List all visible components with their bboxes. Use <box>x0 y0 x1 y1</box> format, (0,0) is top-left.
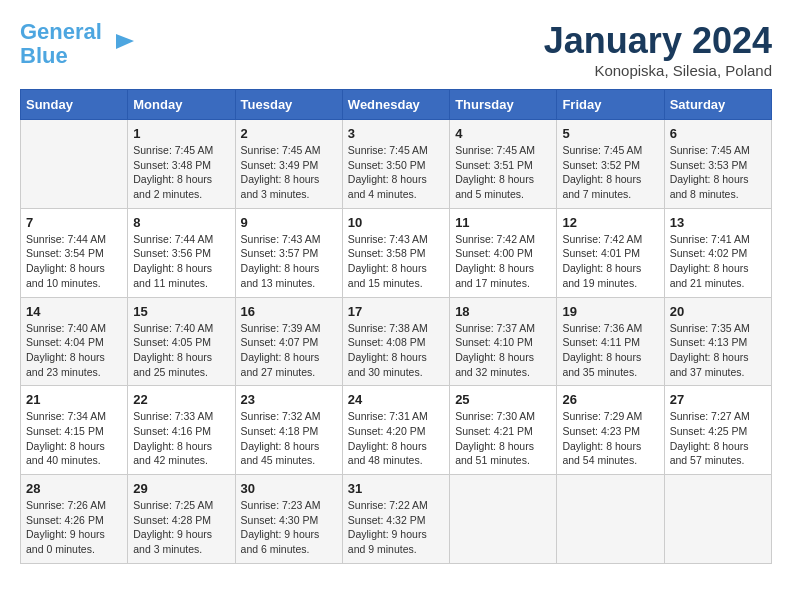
day-info: Sunrise: 7:33 AMSunset: 4:16 PMDaylight:… <box>133 409 229 468</box>
day-number: 4 <box>455 126 551 141</box>
day-info: Sunrise: 7:39 AMSunset: 4:07 PMDaylight:… <box>241 321 337 380</box>
day-info: Sunrise: 7:40 AMSunset: 4:05 PMDaylight:… <box>133 321 229 380</box>
header: General Blue January 2024 Konopiska, Sil… <box>20 20 772 79</box>
calendar-cell: 29Sunrise: 7:25 AMSunset: 4:28 PMDayligh… <box>128 475 235 564</box>
day-info: Sunrise: 7:26 AMSunset: 4:26 PMDaylight:… <box>26 498 122 557</box>
day-info: Sunrise: 7:31 AMSunset: 4:20 PMDaylight:… <box>348 409 444 468</box>
day-info: Sunrise: 7:45 AMSunset: 3:50 PMDaylight:… <box>348 143 444 202</box>
logo-line2: Blue <box>20 43 68 68</box>
calendar-cell: 31Sunrise: 7:22 AMSunset: 4:32 PMDayligh… <box>342 475 449 564</box>
day-info: Sunrise: 7:45 AMSunset: 3:52 PMDaylight:… <box>562 143 658 202</box>
calendar-cell: 30Sunrise: 7:23 AMSunset: 4:30 PMDayligh… <box>235 475 342 564</box>
calendar-cell: 28Sunrise: 7:26 AMSunset: 4:26 PMDayligh… <box>21 475 128 564</box>
calendar-table: SundayMondayTuesdayWednesdayThursdayFrid… <box>20 89 772 564</box>
day-info: Sunrise: 7:45 AMSunset: 3:51 PMDaylight:… <box>455 143 551 202</box>
day-number: 23 <box>241 392 337 407</box>
day-number: 15 <box>133 304 229 319</box>
day-number: 16 <box>241 304 337 319</box>
calendar-cell: 27Sunrise: 7:27 AMSunset: 4:25 PMDayligh… <box>664 386 771 475</box>
title-area: January 2024 Konopiska, Silesia, Poland <box>544 20 772 79</box>
day-info: Sunrise: 7:30 AMSunset: 4:21 PMDaylight:… <box>455 409 551 468</box>
logo-line1: General <box>20 19 102 44</box>
day-info: Sunrise: 7:43 AMSunset: 3:58 PMDaylight:… <box>348 232 444 291</box>
day-number: 28 <box>26 481 122 496</box>
day-of-week-header: Tuesday <box>235 90 342 120</box>
day-number: 11 <box>455 215 551 230</box>
day-number: 1 <box>133 126 229 141</box>
calendar-cell: 24Sunrise: 7:31 AMSunset: 4:20 PMDayligh… <box>342 386 449 475</box>
calendar-cell: 5Sunrise: 7:45 AMSunset: 3:52 PMDaylight… <box>557 120 664 209</box>
day-number: 5 <box>562 126 658 141</box>
day-info: Sunrise: 7:42 AMSunset: 4:00 PMDaylight:… <box>455 232 551 291</box>
day-number: 18 <box>455 304 551 319</box>
calendar-cell: 15Sunrise: 7:40 AMSunset: 4:05 PMDayligh… <box>128 297 235 386</box>
day-number: 13 <box>670 215 766 230</box>
day-number: 7 <box>26 215 122 230</box>
calendar-cell: 3Sunrise: 7:45 AMSunset: 3:50 PMDaylight… <box>342 120 449 209</box>
day-info: Sunrise: 7:25 AMSunset: 4:28 PMDaylight:… <box>133 498 229 557</box>
day-number: 31 <box>348 481 444 496</box>
day-number: 29 <box>133 481 229 496</box>
day-number: 12 <box>562 215 658 230</box>
day-of-week-header: Thursday <box>450 90 557 120</box>
day-info: Sunrise: 7:37 AMSunset: 4:10 PMDaylight:… <box>455 321 551 380</box>
day-number: 3 <box>348 126 444 141</box>
calendar-week-row: 14Sunrise: 7:40 AMSunset: 4:04 PMDayligh… <box>21 297 772 386</box>
day-info: Sunrise: 7:36 AMSunset: 4:11 PMDaylight:… <box>562 321 658 380</box>
day-number: 6 <box>670 126 766 141</box>
calendar-cell: 21Sunrise: 7:34 AMSunset: 4:15 PMDayligh… <box>21 386 128 475</box>
day-info: Sunrise: 7:45 AMSunset: 3:48 PMDaylight:… <box>133 143 229 202</box>
calendar-cell: 2Sunrise: 7:45 AMSunset: 3:49 PMDaylight… <box>235 120 342 209</box>
calendar-cell: 12Sunrise: 7:42 AMSunset: 4:01 PMDayligh… <box>557 208 664 297</box>
logo-icon <box>106 29 136 59</box>
header-row: SundayMondayTuesdayWednesdayThursdayFrid… <box>21 90 772 120</box>
calendar-cell: 19Sunrise: 7:36 AMSunset: 4:11 PMDayligh… <box>557 297 664 386</box>
calendar-cell: 22Sunrise: 7:33 AMSunset: 4:16 PMDayligh… <box>128 386 235 475</box>
calendar-cell <box>664 475 771 564</box>
day-number: 22 <box>133 392 229 407</box>
day-of-week-header: Wednesday <box>342 90 449 120</box>
day-number: 2 <box>241 126 337 141</box>
day-info: Sunrise: 7:44 AMSunset: 3:56 PMDaylight:… <box>133 232 229 291</box>
calendar-cell: 17Sunrise: 7:38 AMSunset: 4:08 PMDayligh… <box>342 297 449 386</box>
calendar-cell: 26Sunrise: 7:29 AMSunset: 4:23 PMDayligh… <box>557 386 664 475</box>
calendar-header: SundayMondayTuesdayWednesdayThursdayFrid… <box>21 90 772 120</box>
calendar-cell: 14Sunrise: 7:40 AMSunset: 4:04 PMDayligh… <box>21 297 128 386</box>
calendar-cell <box>557 475 664 564</box>
day-of-week-header: Saturday <box>664 90 771 120</box>
day-number: 26 <box>562 392 658 407</box>
day-info: Sunrise: 7:43 AMSunset: 3:57 PMDaylight:… <box>241 232 337 291</box>
logo-text: General Blue <box>20 20 102 68</box>
day-info: Sunrise: 7:41 AMSunset: 4:02 PMDaylight:… <box>670 232 766 291</box>
calendar-cell: 10Sunrise: 7:43 AMSunset: 3:58 PMDayligh… <box>342 208 449 297</box>
day-number: 21 <box>26 392 122 407</box>
calendar-cell: 8Sunrise: 7:44 AMSunset: 3:56 PMDaylight… <box>128 208 235 297</box>
day-info: Sunrise: 7:38 AMSunset: 4:08 PMDaylight:… <box>348 321 444 380</box>
calendar-cell: 1Sunrise: 7:45 AMSunset: 3:48 PMDaylight… <box>128 120 235 209</box>
day-number: 9 <box>241 215 337 230</box>
calendar-body: 1Sunrise: 7:45 AMSunset: 3:48 PMDaylight… <box>21 120 772 564</box>
day-number: 20 <box>670 304 766 319</box>
calendar-cell: 9Sunrise: 7:43 AMSunset: 3:57 PMDaylight… <box>235 208 342 297</box>
calendar-cell: 13Sunrise: 7:41 AMSunset: 4:02 PMDayligh… <box>664 208 771 297</box>
day-of-week-header: Friday <box>557 90 664 120</box>
day-of-week-header: Monday <box>128 90 235 120</box>
day-info: Sunrise: 7:27 AMSunset: 4:25 PMDaylight:… <box>670 409 766 468</box>
day-number: 17 <box>348 304 444 319</box>
day-info: Sunrise: 7:22 AMSunset: 4:32 PMDaylight:… <box>348 498 444 557</box>
calendar-week-row: 1Sunrise: 7:45 AMSunset: 3:48 PMDaylight… <box>21 120 772 209</box>
month-title: January 2024 <box>544 20 772 62</box>
day-number: 30 <box>241 481 337 496</box>
calendar-week-row: 21Sunrise: 7:34 AMSunset: 4:15 PMDayligh… <box>21 386 772 475</box>
day-info: Sunrise: 7:29 AMSunset: 4:23 PMDaylight:… <box>562 409 658 468</box>
day-number: 10 <box>348 215 444 230</box>
calendar-cell: 11Sunrise: 7:42 AMSunset: 4:00 PMDayligh… <box>450 208 557 297</box>
calendar-cell <box>21 120 128 209</box>
day-info: Sunrise: 7:42 AMSunset: 4:01 PMDaylight:… <box>562 232 658 291</box>
day-number: 8 <box>133 215 229 230</box>
calendar-cell: 16Sunrise: 7:39 AMSunset: 4:07 PMDayligh… <box>235 297 342 386</box>
calendar-week-row: 7Sunrise: 7:44 AMSunset: 3:54 PMDaylight… <box>21 208 772 297</box>
calendar-cell: 23Sunrise: 7:32 AMSunset: 4:18 PMDayligh… <box>235 386 342 475</box>
day-info: Sunrise: 7:23 AMSunset: 4:30 PMDaylight:… <box>241 498 337 557</box>
logo: General Blue <box>20 20 136 68</box>
